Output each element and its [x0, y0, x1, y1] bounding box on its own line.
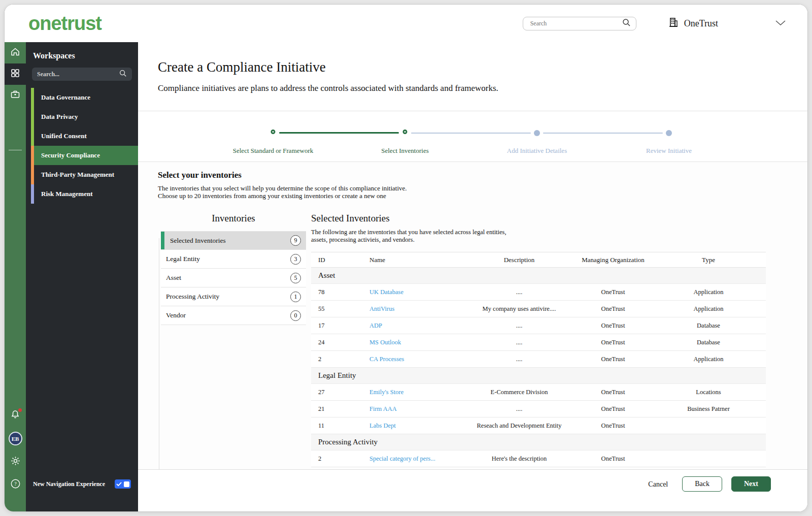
sidebar-title: Workspaces	[33, 51, 138, 60]
cell-managing-organization: OneTrust	[575, 322, 651, 330]
inventory-tab-label: Asset	[166, 274, 181, 282]
global-search-input[interactable]	[530, 20, 622, 27]
inventory-tab-asset[interactable]: Asset5	[161, 269, 306, 287]
selected-inventories-panel: Selected Inventories The following are t…	[311, 213, 766, 467]
step-circle-add-initiative-detailes	[534, 130, 540, 136]
cell-name-link[interactable]: CA Processes	[369, 356, 463, 363]
sidebar-item-label: Unified Consent	[34, 126, 138, 146]
avatar[interactable]: EB	[9, 432, 22, 445]
page-subtitle: Compliance initiatives are plans to addr…	[158, 83, 807, 93]
cell-type: Locations	[651, 389, 766, 396]
sidebar-item-risk-management[interactable]: Risk Management	[26, 184, 138, 204]
tenant-name: OneTrust	[684, 18, 718, 29]
column-header-type: Type	[651, 256, 766, 264]
selected-inventories-description: The following are the inventories that y…	[311, 229, 766, 244]
cell-name-link[interactable]: Emily's Store	[369, 389, 463, 396]
cell-managing-organization: OneTrust	[575, 405, 651, 413]
inventory-tab-selected-inventories[interactable]: Selected Inventories9	[161, 231, 306, 250]
inventory-count-badge: 1	[290, 292, 301, 302]
global-search[interactable]	[523, 17, 636, 30]
workspaces-sidebar: Workspaces Data GovernanceData PrivacyUn…	[26, 42, 138, 511]
notifications-button[interactable]	[10, 409, 20, 422]
select-inventories-section: Select your inventories The inventories …	[138, 162, 807, 469]
page-header: Create a Compliance Initiative Complianc…	[138, 42, 807, 111]
search-icon	[622, 18, 631, 29]
cell-type: Application	[651, 356, 766, 363]
sidebar-item-data-governance[interactable]: Data Governance	[26, 88, 138, 107]
table-group-header-asset: Asset	[311, 268, 766, 284]
grid-icon	[10, 68, 20, 80]
cell-description: E-Commerce Division	[463, 389, 575, 396]
help-button[interactable]: ?	[10, 478, 21, 491]
table-row: 2Special category of pers...Here's the d…	[311, 450, 766, 467]
table-row: 78UK Database....OneTrustApplication	[311, 284, 766, 301]
selected-inventories-table: ID Name Description Managing Organizatio…	[311, 252, 766, 467]
sidebar-search-input[interactable]	[37, 71, 119, 78]
building-icon	[668, 17, 679, 30]
inventories-title: Inventories	[161, 213, 306, 224]
sidebar-item-data-privacy[interactable]: Data Privacy	[26, 107, 138, 126]
table-group-header-processing-activity: Processing Activity	[311, 434, 766, 450]
section-heading: Select your inventories	[158, 170, 242, 180]
table-row: 2CA Processes....OneTrustApplication	[311, 351, 766, 368]
projects-nav-button[interactable]	[5, 85, 26, 106]
cell-type: Database	[651, 322, 766, 330]
section-description: The inventories that you select will hel…	[158, 184, 407, 200]
cell-name-link[interactable]: Firm AAA	[369, 405, 463, 413]
cell-id: 2	[311, 356, 369, 363]
cell-name-link[interactable]: ADP	[369, 322, 463, 330]
inventory-tab-processing-activity[interactable]: Processing Activity1	[161, 287, 306, 306]
scrollbar-track[interactable]	[159, 238, 159, 469]
table-group-header-legal-entity: Legal Entity	[311, 368, 766, 384]
sidebar-item-label: Data Privacy	[34, 107, 138, 126]
home-icon	[10, 47, 20, 59]
inventory-count-badge: 9	[290, 235, 301, 246]
inventory-tab-vendor[interactable]: Vendor0	[161, 306, 306, 325]
cell-id: 24	[311, 339, 369, 346]
cell-name-link[interactable]: MS Outlook	[369, 339, 463, 346]
table-row: 24MS Outlook....OneTrustDatabase	[311, 334, 766, 351]
new-navigation-toggle[interactable]	[115, 479, 131, 489]
cell-name-link[interactable]: Labs Dept	[369, 422, 463, 430]
workspaces-nav-button[interactable]	[5, 63, 26, 85]
cell-managing-organization: OneTrust	[575, 288, 651, 296]
sidebar-item-third-party-management[interactable]: Third-Party Management	[26, 165, 138, 184]
sidebar-item-label: Third-Party Management	[34, 165, 138, 184]
app-window: onetrust	[4, 4, 808, 512]
notification-badge	[18, 408, 22, 412]
step-label-review-initiative: Review Initiative	[608, 147, 730, 155]
cell-description: ....	[463, 322, 575, 330]
svg-text:?: ?	[14, 481, 17, 487]
sidebar-item-unified-consent[interactable]: Unified Consent	[26, 126, 138, 146]
table-row: 11Labs DeptReseach and Development Entit…	[311, 417, 766, 434]
cell-name-link[interactable]: UK Database	[369, 288, 463, 296]
inventory-count-badge: 3	[290, 254, 301, 265]
chevron-down-icon[interactable]	[775, 19, 786, 28]
cell-description: ....	[463, 339, 575, 346]
inventory-tab-legal-entity[interactable]: Legal Entity3	[161, 250, 306, 269]
inventory-count-badge: 5	[290, 273, 301, 283]
sidebar-search[interactable]	[32, 68, 132, 81]
cell-managing-organization: OneTrust	[575, 339, 651, 346]
cell-description: Here's the description	[463, 455, 575, 463]
home-nav-button[interactable]	[5, 42, 26, 63]
inventory-tab-label: Selected Inventories	[166, 237, 226, 245]
toggle-knob	[124, 481, 129, 487]
cell-type: Business Patrner	[651, 405, 766, 413]
settings-button[interactable]	[10, 456, 21, 468]
cell-name-link[interactable]: AntiVirus	[369, 305, 463, 313]
cell-id: 2	[311, 455, 369, 463]
top-header: onetrust	[5, 5, 807, 42]
sidebar-item-security-compliance[interactable]: Security Compliance	[26, 146, 138, 165]
cell-managing-organization: OneTrust	[575, 389, 651, 396]
inventory-tab-label: Legal Entity	[166, 255, 200, 263]
cancel-button[interactable]: Cancel	[643, 476, 673, 493]
step-connector	[543, 133, 663, 134]
sidebar-footer: New Navigation Experience	[26, 479, 138, 489]
tenant-switcher[interactable]: OneTrust	[668, 17, 718, 30]
cell-name-link[interactable]: Special category of pers...	[369, 455, 463, 463]
back-button[interactable]: Back	[682, 476, 722, 492]
next-button[interactable]: Next	[731, 476, 771, 492]
rail-divider	[9, 150, 22, 150]
step-circle-select-standard-or-framework	[271, 130, 276, 134]
